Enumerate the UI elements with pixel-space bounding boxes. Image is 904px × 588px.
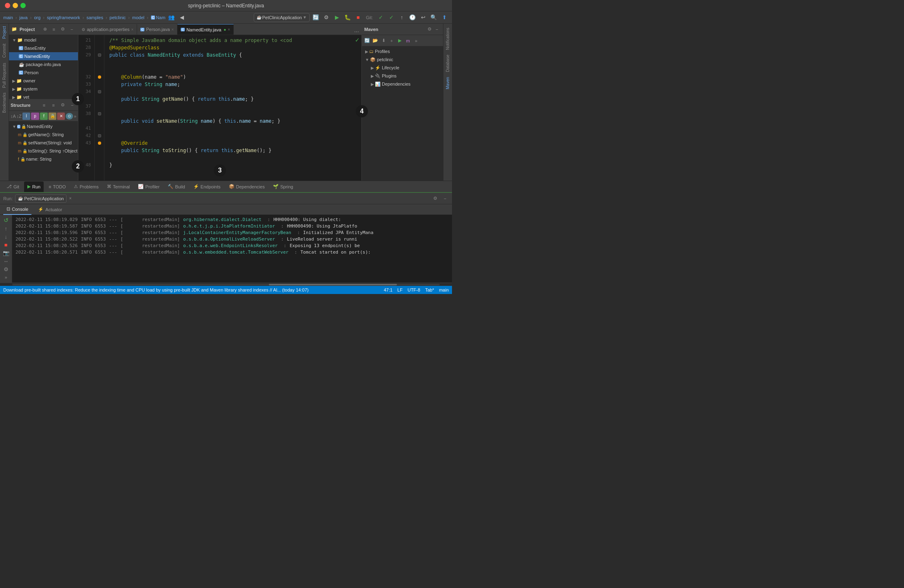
run-wrap-icon[interactable]: ↔ [2, 257, 11, 265]
run-tab-actuator[interactable]: ⚡ Actuator [35, 204, 65, 215]
maven-item-plugins[interactable]: ▶ 🔌 Plugins [362, 72, 443, 80]
status-charset[interactable]: UTF-8 [408, 287, 420, 292]
git-check-icon[interactable]: ✓ [376, 13, 385, 22]
maven-item-petclinic[interactable]: ▼ 📦 petclinic [362, 55, 443, 64]
stop-icon[interactable]: ■ [354, 13, 363, 22]
maven-settings-icon[interactable]: ⚙ [426, 26, 433, 33]
struct-filter-lock[interactable]: 🔒 [49, 113, 56, 120]
status-encoding[interactable]: LF [397, 287, 403, 292]
struct-tostring[interactable]: m 🔒 toString(): String ↑Object [9, 147, 78, 155]
bottom-tab-terminal[interactable]: ⌘ Terminal [104, 181, 133, 192]
run-header-settings[interactable]: ⚙ [432, 195, 439, 202]
run-app-selector[interactable]: ☕ PetClinicApplication [15, 195, 66, 203]
debug-icon[interactable]: 🐛 [343, 13, 352, 22]
breadcrumb-samples[interactable]: samples [86, 15, 103, 20]
struct-filter-p[interactable]: p [31, 113, 39, 120]
side-tab-commit[interactable]: Commit [1, 41, 8, 60]
status-indent[interactable]: Tab* [425, 287, 434, 292]
struct-filter-x[interactable]: ✕ [57, 113, 65, 120]
breakpoint-area-38[interactable] [98, 112, 101, 115]
run-scroll-down-icon[interactable]: ↓ [2, 233, 11, 240]
breakpoint-area-29[interactable] [98, 53, 101, 57]
project-expand-icon[interactable]: ⊕ [41, 26, 49, 33]
tree-item-owner[interactable]: ▶ 📁 owner [9, 77, 78, 85]
tree-item-vet[interactable]: ▶ 📁 vet [9, 93, 78, 99]
side-tab-project[interactable]: Project [1, 24, 8, 41]
bottom-tab-dependencies[interactable]: 📦 Dependencies [226, 181, 268, 192]
project-settings-icon[interactable]: ⚙ [59, 26, 66, 33]
maven-item-profiles[interactable]: ▶ 🗂 Profiles [362, 47, 443, 55]
breadcrumb-springframework[interactable]: springframework [47, 15, 80, 20]
breakpoint-area-34[interactable] [98, 90, 101, 93]
git-check2-icon[interactable]: ✓ [387, 13, 396, 22]
tab-namedentity-close[interactable]: × [228, 27, 230, 32]
side-tab-maven[interactable]: Maven [444, 75, 451, 92]
run-tab-console[interactable]: ⊡ Console [3, 204, 31, 215]
bottom-tab-spring[interactable]: 🌱 Spring [270, 181, 297, 192]
maven-m-icon[interactable]: m [404, 37, 412, 44]
maven-item-dependencies[interactable]: ▶ 📊 Dependencies [362, 80, 443, 88]
run-config-selector[interactable]: ☕ PetClinicApplication ▼ [254, 13, 310, 22]
git-push-icon[interactable]: ↑ [397, 13, 406, 22]
tab-person-java[interactable]: C Person.java × [137, 24, 177, 35]
tab-application-properties[interactable]: ⚙ application.properties × [78, 24, 137, 35]
struct-filter-circle[interactable]: ⊙ [66, 113, 73, 119]
tree-item-namedentity[interactable]: C NamedEntity [9, 52, 78, 60]
tab-appprops-close[interactable]: × [131, 27, 134, 32]
struct-name-field[interactable]: f 🔒 name: String [9, 155, 78, 163]
project-close-icon[interactable]: − [68, 26, 75, 33]
maven-item-lifecycle[interactable]: ▶ ⚡ Lifecycle [362, 64, 443, 72]
tree-item-model[interactable]: ▼ 📁 model [9, 36, 78, 44]
maven-folder-icon[interactable]: 📂 [372, 37, 379, 44]
bottom-tab-todo[interactable]: ≡ TODO [45, 181, 69, 192]
search-icon[interactable]: 🔍 [429, 13, 438, 22]
run-header-close[interactable]: − [441, 195, 449, 202]
struct-filter-f[interactable]: f [40, 113, 48, 120]
back-icon[interactable]: ◀ [177, 13, 186, 22]
scrollbar-thumb[interactable] [269, 284, 397, 285]
bottom-tab-problems[interactable]: ⚠ Problems [71, 181, 102, 192]
run-scroll-up-icon[interactable]: ↑ [2, 225, 11, 232]
sort-za-icon[interactable]: ↕Z [17, 114, 22, 119]
maven-add-icon[interactable]: + [388, 37, 395, 44]
git-undo-icon[interactable]: ↩ [419, 13, 428, 22]
breadcrumb-model[interactable]: model [132, 15, 144, 20]
run-more-icon[interactable]: » [2, 274, 11, 281]
bottom-tab-build[interactable]: 🔨 Build [164, 181, 188, 192]
maven-download-icon[interactable]: ⬇ [380, 37, 387, 44]
side-tab-pullrequests[interactable]: Pull Requests [1, 60, 8, 91]
sort-az-icon[interactable]: ↕A [11, 114, 16, 119]
struct-sort1-icon[interactable]: ≡ [40, 102, 48, 109]
run-camera-icon[interactable]: 📷 [2, 249, 11, 256]
run-rerun-icon[interactable]: ↺ [2, 217, 11, 224]
side-tab-database[interactable]: Database [444, 52, 451, 75]
breadcrumb-org[interactable]: org [34, 15, 40, 20]
run-panel-close[interactable]: × [69, 196, 71, 201]
minimize-button[interactable] [13, 3, 18, 8]
struct-sort2-icon[interactable]: ≡ [49, 102, 58, 109]
side-tab-notifications[interactable]: Notifications [444, 25, 451, 52]
status-message[interactable]: Download pre-built shared indexes: Reduc… [3, 287, 308, 292]
tree-item-baseentity[interactable]: C BaseEntity [9, 44, 78, 52]
tree-item-person[interactable]: C Person [9, 69, 78, 77]
bottom-tab-git[interactable]: ⎇ Git [3, 181, 22, 192]
breadcrumb-petclinic[interactable]: petclinic [110, 15, 126, 20]
close-button[interactable] [5, 3, 10, 8]
tab-namedentity-java[interactable]: C NamedEntity.java ● × [177, 24, 234, 35]
maven-close-icon[interactable]: − [433, 26, 441, 33]
run-settings2-icon[interactable]: ⚙ [2, 265, 11, 273]
tree-item-system[interactable]: ▶ 📁 system [9, 85, 78, 93]
bottom-tab-endpoints[interactable]: ⚡ Endpoints [190, 181, 224, 192]
struct-setname[interactable]: m 🔒 setName(String): void [9, 139, 78, 147]
update-icon[interactable]: ⬆ [440, 13, 449, 22]
maven-run-icon[interactable]: ▶ [396, 37, 403, 44]
struct-more-icon[interactable]: » [74, 114, 76, 119]
status-branch[interactable]: main [439, 287, 449, 292]
breakpoint-area-42[interactable] [98, 134, 101, 137]
project-collapse-icon[interactable]: ≡ [50, 26, 58, 33]
bottom-tab-run[interactable]: ▶ Run [24, 181, 44, 192]
run-stop-icon[interactable]: ■ [2, 241, 11, 248]
maximize-button[interactable] [20, 3, 26, 8]
struct-settings-icon[interactable]: ⚙ [59, 102, 67, 109]
side-tab-bookmarks[interactable]: Bookmarks [1, 90, 8, 115]
